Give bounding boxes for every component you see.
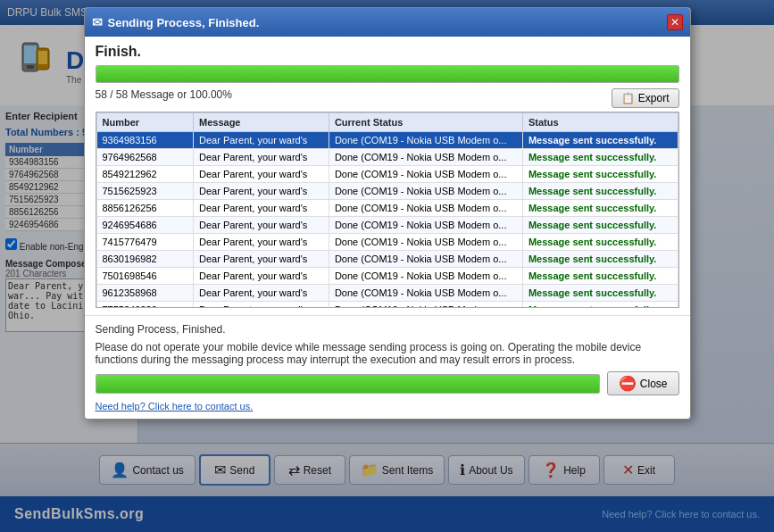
modal-titlebar: ✉ Sending Process, Finished. ✕ (85, 8, 690, 37)
modal-overlay: ✉ Sending Process, Finished. ✕ Finish. 5… (0, 0, 774, 532)
progress-header-row: 58 / 58 Message or 100.00% 📋 Export (96, 88, 679, 108)
close-label: Close (640, 378, 668, 390)
results-table-container[interactable]: Number Message Current Status Status 936… (96, 112, 679, 308)
table-row[interactable]: 7501698546Dear Parent, your ward'sDone (… (96, 268, 678, 285)
export-icon: 📋 (621, 92, 635, 104)
table-row[interactable]: 7515625923Dear Parent, your ward'sDone (… (96, 183, 678, 200)
results-table: Number Message Current Status Status 936… (96, 112, 678, 308)
export-label: Export (638, 92, 670, 104)
modal-envelope-icon: ✉ (92, 15, 103, 29)
modal-footer: Sending Process, Finished. Please do not… (85, 315, 690, 419)
footer-progress-row: ⛔ Close (96, 371, 679, 395)
sending-process-modal: ✉ Sending Process, Finished. ✕ Finish. 5… (84, 7, 691, 420)
app-background: DRPU Bulk SMS (Multi- DR The (0, 0, 774, 532)
table-row[interactable]: 8549212962Dear Parent, your ward'sDone (… (96, 166, 678, 183)
process-finished-label: Sending Process, Finished. (96, 323, 679, 336)
col-message: Message (194, 113, 329, 132)
footer-help-link[interactable]: Need help? Click here to contact us. (96, 401, 679, 411)
modal-title-area: ✉ Sending Process, Finished. (92, 15, 260, 29)
col-number: Number (96, 113, 194, 132)
close-icon: ⛔ (619, 375, 637, 392)
export-button[interactable]: 📋 Export (612, 88, 679, 108)
footer-progress-fill (96, 375, 599, 393)
table-row[interactable]: 8856126256Dear Parent, your ward'sDone (… (96, 200, 678, 217)
col-status: Status (522, 113, 678, 132)
table-row[interactable]: 7755249226Dear Parent, your ward'sDone (… (96, 302, 678, 309)
table-row[interactable]: 9612358968Dear Parent, your ward'sDone (… (96, 285, 678, 302)
progress-text: 58 / 58 Message or 100.00% (96, 88, 232, 101)
table-row[interactable]: 7415776479Dear Parent, your ward'sDone (… (96, 234, 678, 251)
table-row[interactable]: 9246954686Dear Parent, your ward'sDone (… (96, 217, 678, 234)
table-row[interactable]: 9764962568Dear Parent, your ward'sDone (… (96, 149, 678, 166)
top-progress-fill (96, 66, 678, 82)
col-current-status: Current Status (329, 113, 522, 132)
top-progress-bar (96, 65, 679, 83)
footer-progress-bar (96, 374, 600, 394)
table-row[interactable]: 8630196982Dear Parent, your ward'sDone (… (96, 251, 678, 268)
modal-close-button[interactable]: ✕ (667, 14, 683, 30)
modal-title: Sending Process, Finished. (108, 16, 260, 29)
finish-label: Finish. (96, 44, 679, 60)
table-row[interactable]: 9364983156Dear Parent, your ward'sDone (… (96, 132, 678, 149)
warning-text: Please do not operate your mobile device… (96, 341, 679, 366)
close-button[interactable]: ⛔ Close (607, 371, 679, 395)
modal-body: Finish. 58 / 58 Message or 100.00% 📋 Exp… (85, 37, 690, 315)
